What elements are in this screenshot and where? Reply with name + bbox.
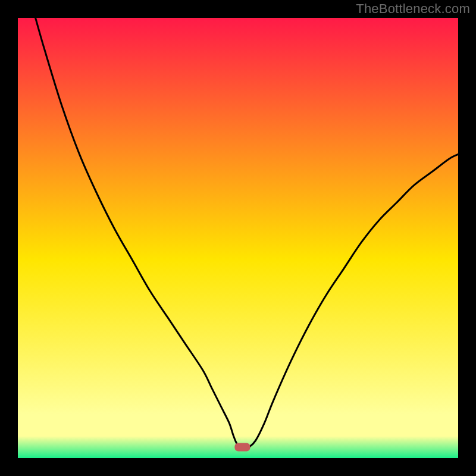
watermark-label: TheBottleneck.com: [356, 1, 470, 17]
chart-frame: TheBottleneck.com: [0, 0, 476, 476]
plot-background: [18, 18, 458, 458]
bottleneck-plot: [18, 18, 458, 458]
sweet-spot-marker: [234, 443, 250, 452]
